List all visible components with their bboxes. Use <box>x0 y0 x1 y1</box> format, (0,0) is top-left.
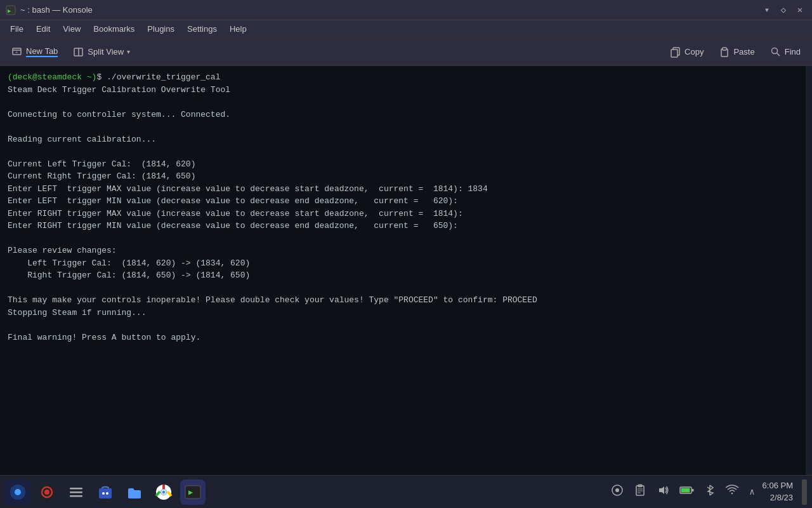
window-title: ~ : bash — Konsole <box>20 5 93 15</box>
split-view-label: Split View <box>88 47 124 57</box>
obs-icon[interactable] <box>34 479 60 505</box>
files-icon[interactable] <box>122 479 147 505</box>
svg-point-14 <box>15 489 21 495</box>
battery-icon[interactable] <box>677 481 697 502</box>
find-icon <box>770 46 782 58</box>
clock-time: 6:06 PM <box>763 480 793 491</box>
terminal-scrollbar[interactable] <box>806 66 812 475</box>
taskbar-apps: ▶ <box>5 479 206 505</box>
clipboard-icon[interactable] <box>631 481 649 502</box>
wifi-icon[interactable] <box>723 481 742 502</box>
chrome-icon[interactable] <box>151 479 176 505</box>
svg-point-27 <box>162 490 166 493</box>
terminal-taskbar-icon[interactable]: ▶ <box>180 479 206 505</box>
terminal-title-icon: ▶ <box>5 4 16 16</box>
paste-label: Paste <box>733 47 754 57</box>
title-bar: ▶ ~ : bash — Konsole ▾ ◇ ✕ <box>0 0 812 20</box>
menu-plugins[interactable]: Plugins <box>142 23 180 35</box>
prompt: (deck@steamdeck ~) <box>8 72 96 82</box>
copy-label: Copy <box>684 47 704 57</box>
title-bar-left: ▶ ~ : bash — Konsole <box>5 4 93 16</box>
store-icon[interactable] <box>93 479 118 505</box>
toolbar-right: Copy Paste Find <box>664 44 807 60</box>
taskbar-system: ∧ 6:06 PM 2/8/23 <box>608 479 807 505</box>
svg-rect-8 <box>671 50 678 57</box>
svg-rect-19 <box>70 491 82 493</box>
minimize-button[interactable]: ▾ <box>760 3 774 17</box>
expand-icon[interactable]: ∧ <box>747 484 757 500</box>
menu-help[interactable]: Help <box>225 23 252 35</box>
copy-button[interactable]: Copy <box>664 44 710 60</box>
window-controls: ▾ ◇ ✕ <box>760 3 807 17</box>
terminal-output[interactable]: (deck@steamdeck ~)$ ./overwrite_trigger_… <box>0 66 806 475</box>
find-button[interactable]: Find <box>764 44 807 60</box>
menu-file[interactable]: File <box>5 23 29 35</box>
svg-text:▶: ▶ <box>8 8 11 14</box>
paste-icon <box>719 46 730 58</box>
copy-icon <box>670 46 681 58</box>
find-label: Find <box>785 47 801 57</box>
svg-point-11 <box>771 48 777 53</box>
svg-rect-21 <box>99 488 112 498</box>
new-tab-icon: + <box>11 46 23 58</box>
svg-rect-38 <box>681 488 690 493</box>
split-view-chevron-icon: ▾ <box>127 48 130 55</box>
terminal-area[interactable]: (deck@steamdeck ~)$ ./overwrite_trigger_… <box>0 66 812 475</box>
split-view-button[interactable]: Split View ▾ <box>67 44 136 60</box>
svg-point-17 <box>44 490 49 495</box>
svg-line-12 <box>776 53 780 56</box>
svg-rect-10 <box>723 48 726 50</box>
svg-point-22 <box>102 492 105 495</box>
show-desktop-button[interactable] <box>802 479 807 505</box>
svg-text:+: + <box>15 50 18 55</box>
maximize-button[interactable]: ◇ <box>776 3 790 17</box>
svg-rect-18 <box>70 488 82 490</box>
new-tab-label: New Tab <box>26 46 58 57</box>
system-clock[interactable]: 6:06 PM 2/8/23 <box>763 480 793 503</box>
close-button[interactable]: ✕ <box>793 3 807 17</box>
settings-taskbar-icon[interactable] <box>63 479 89 505</box>
svg-point-31 <box>615 488 619 492</box>
menu-bar: File Edit View Bookmarks Plugins Setting… <box>0 20 812 38</box>
toolbar: + New Tab Split View ▾ Copy <box>0 38 812 66</box>
menu-edit[interactable]: Edit <box>31 23 55 35</box>
bluetooth-icon[interactable] <box>702 481 717 502</box>
svg-rect-20 <box>70 495 82 497</box>
menu-view[interactable]: View <box>58 23 86 35</box>
menu-settings[interactable]: Settings <box>182 23 222 35</box>
taskbar: ▶ <box>0 475 812 508</box>
menu-bookmarks[interactable]: Bookmarks <box>88 23 140 35</box>
volume-icon[interactable] <box>654 481 672 502</box>
svg-point-23 <box>106 492 108 495</box>
steam-deck-icon[interactable] <box>5 479 30 505</box>
new-tab-button[interactable]: + New Tab <box>5 44 64 60</box>
paste-button[interactable]: Paste <box>712 44 761 60</box>
clock-date: 2/8/23 <box>763 492 793 504</box>
audio-settings-icon[interactable] <box>608 481 626 502</box>
split-view-icon <box>73 46 84 58</box>
svg-rect-39 <box>692 489 694 491</box>
svg-text:▶: ▶ <box>188 488 193 497</box>
